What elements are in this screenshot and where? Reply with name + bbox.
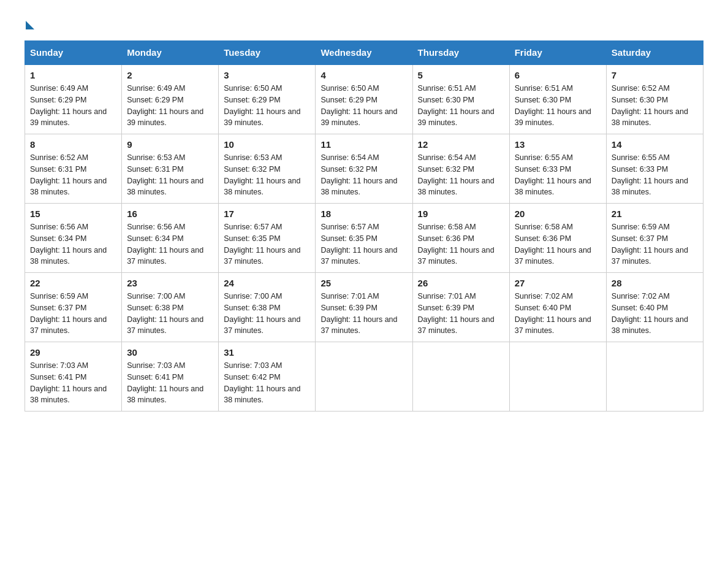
day-info: Sunrise: 6:54 AMSunset: 6:32 PMDaylight:… xyxy=(320,153,397,196)
calendar-cell: 2 Sunrise: 6:49 AMSunset: 6:29 PMDayligh… xyxy=(122,64,219,134)
day-info: Sunrise: 7:00 AMSunset: 6:38 PMDaylight:… xyxy=(127,292,203,335)
week-row-5: 29 Sunrise: 7:03 AMSunset: 6:41 PMDaylig… xyxy=(25,342,703,412)
day-number: 8 xyxy=(30,139,116,150)
calendar-cell: 5 Sunrise: 6:51 AMSunset: 6:30 PMDayligh… xyxy=(412,64,509,134)
calendar-cell: 13 Sunrise: 6:55 AMSunset: 6:33 PMDaylig… xyxy=(509,134,606,204)
calendar-cell: 12 Sunrise: 6:54 AMSunset: 6:32 PMDaylig… xyxy=(412,134,509,204)
calendar-cell: 16 Sunrise: 6:56 AMSunset: 6:34 PMDaylig… xyxy=(122,204,219,273)
week-row-1: 1 Sunrise: 6:49 AMSunset: 6:29 PMDayligh… xyxy=(25,64,703,134)
day-number: 21 xyxy=(612,209,698,219)
calendar-cell: 3 Sunrise: 6:50 AMSunset: 6:29 PMDayligh… xyxy=(219,64,316,134)
day-number: 6 xyxy=(515,70,601,80)
calendar-cell: 10 Sunrise: 6:53 AMSunset: 6:32 PMDaylig… xyxy=(219,134,316,204)
day-number: 17 xyxy=(224,209,310,219)
calendar-header: SundayMondayTuesdayWednesdayThursdayFrid… xyxy=(25,41,703,65)
day-number: 27 xyxy=(515,278,601,288)
logo-triangle-icon xyxy=(26,21,34,29)
day-number: 24 xyxy=(224,278,310,288)
day-info: Sunrise: 6:59 AMSunset: 6:37 PMDaylight:… xyxy=(612,223,688,266)
day-info: Sunrise: 7:03 AMSunset: 6:41 PMDaylight:… xyxy=(30,361,107,404)
day-info: Sunrise: 7:01 AMSunset: 6:39 PMDaylight:… xyxy=(320,292,397,335)
day-info: Sunrise: 6:50 AMSunset: 6:29 PMDaylight:… xyxy=(224,84,300,127)
day-info: Sunrise: 6:58 AMSunset: 6:36 PMDaylight:… xyxy=(515,223,591,266)
day-info: Sunrise: 7:02 AMSunset: 6:40 PMDaylight:… xyxy=(515,292,591,335)
day-number: 28 xyxy=(612,278,698,288)
day-info: Sunrise: 6:56 AMSunset: 6:34 PMDaylight:… xyxy=(127,223,203,266)
day-info: Sunrise: 6:56 AMSunset: 6:34 PMDaylight:… xyxy=(30,223,107,266)
calendar-cell: 29 Sunrise: 7:03 AMSunset: 6:41 PMDaylig… xyxy=(25,342,122,412)
header-sunday: Sunday xyxy=(25,41,122,65)
day-info: Sunrise: 6:55 AMSunset: 6:33 PMDaylight:… xyxy=(515,153,591,196)
calendar-cell: 31 Sunrise: 7:03 AMSunset: 6:42 PMDaylig… xyxy=(219,342,316,412)
day-info: Sunrise: 7:03 AMSunset: 6:41 PMDaylight:… xyxy=(127,361,203,404)
day-info: Sunrise: 6:53 AMSunset: 6:31 PMDaylight:… xyxy=(127,153,203,196)
calendar-cell: 25 Sunrise: 7:01 AMSunset: 6:39 PMDaylig… xyxy=(316,273,412,342)
week-row-4: 22 Sunrise: 6:59 AMSunset: 6:37 PMDaylig… xyxy=(25,273,703,342)
day-info: Sunrise: 6:58 AMSunset: 6:36 PMDaylight:… xyxy=(418,223,495,266)
day-number: 9 xyxy=(127,139,213,150)
calendar-cell: 22 Sunrise: 6:59 AMSunset: 6:37 PMDaylig… xyxy=(25,273,122,342)
calendar-body: 1 Sunrise: 6:49 AMSunset: 6:29 PMDayligh… xyxy=(25,64,703,412)
day-number: 22 xyxy=(30,278,116,288)
calendar-cell: 26 Sunrise: 7:01 AMSunset: 6:39 PMDaylig… xyxy=(412,273,509,342)
calendar-cell: 28 Sunrise: 7:02 AMSunset: 6:40 PMDaylig… xyxy=(606,273,703,342)
day-number: 18 xyxy=(320,209,407,219)
calendar-cell: 23 Sunrise: 7:00 AMSunset: 6:38 PMDaylig… xyxy=(122,273,219,342)
day-info: Sunrise: 6:59 AMSunset: 6:37 PMDaylight:… xyxy=(30,292,107,335)
header-wednesday: Wednesday xyxy=(316,41,412,65)
day-number: 10 xyxy=(224,139,310,150)
day-number: 12 xyxy=(418,139,504,150)
day-info: Sunrise: 6:54 AMSunset: 6:32 PMDaylight:… xyxy=(418,153,495,196)
logo xyxy=(25,18,34,28)
day-number: 4 xyxy=(320,70,407,80)
day-number: 29 xyxy=(30,347,116,358)
calendar-cell: 21 Sunrise: 6:59 AMSunset: 6:37 PMDaylig… xyxy=(606,204,703,273)
day-info: Sunrise: 6:49 AMSunset: 6:29 PMDaylight:… xyxy=(30,84,107,127)
day-info: Sunrise: 6:55 AMSunset: 6:33 PMDaylight:… xyxy=(612,153,688,196)
day-number: 2 xyxy=(127,70,213,80)
day-number: 23 xyxy=(127,278,213,288)
day-number: 19 xyxy=(418,209,504,219)
calendar-cell: 27 Sunrise: 7:02 AMSunset: 6:40 PMDaylig… xyxy=(509,273,606,342)
day-number: 3 xyxy=(224,70,310,80)
day-number: 5 xyxy=(418,70,504,80)
day-info: Sunrise: 6:51 AMSunset: 6:30 PMDaylight:… xyxy=(515,84,591,127)
header-saturday: Saturday xyxy=(606,41,703,65)
header-monday: Monday xyxy=(122,41,219,65)
day-number: 11 xyxy=(320,139,407,150)
day-number: 25 xyxy=(320,278,407,288)
calendar-cell xyxy=(509,342,606,412)
calendar-table: SundayMondayTuesdayWednesdayThursdayFrid… xyxy=(25,40,703,412)
day-number: 20 xyxy=(515,209,601,219)
calendar-cell: 9 Sunrise: 6:53 AMSunset: 6:31 PMDayligh… xyxy=(122,134,219,204)
day-info: Sunrise: 6:57 AMSunset: 6:35 PMDaylight:… xyxy=(320,223,397,266)
day-number: 15 xyxy=(30,209,116,219)
calendar-cell: 30 Sunrise: 7:03 AMSunset: 6:41 PMDaylig… xyxy=(122,342,219,412)
header-friday: Friday xyxy=(509,41,606,65)
day-number: 7 xyxy=(612,70,698,80)
day-number: 26 xyxy=(418,278,504,288)
calendar-cell: 18 Sunrise: 6:57 AMSunset: 6:35 PMDaylig… xyxy=(316,204,412,273)
header-tuesday: Tuesday xyxy=(219,41,316,65)
day-info: Sunrise: 6:50 AMSunset: 6:29 PMDaylight:… xyxy=(320,84,397,127)
day-number: 30 xyxy=(127,347,213,358)
calendar-cell: 15 Sunrise: 6:56 AMSunset: 6:34 PMDaylig… xyxy=(25,204,122,273)
header-row: SundayMondayTuesdayWednesdayThursdayFrid… xyxy=(25,41,703,65)
day-info: Sunrise: 6:52 AMSunset: 6:30 PMDaylight:… xyxy=(612,84,688,127)
day-info: Sunrise: 6:49 AMSunset: 6:29 PMDaylight:… xyxy=(127,84,203,127)
calendar-cell: 11 Sunrise: 6:54 AMSunset: 6:32 PMDaylig… xyxy=(316,134,412,204)
calendar-cell xyxy=(316,342,412,412)
day-number: 14 xyxy=(612,139,698,150)
day-info: Sunrise: 6:53 AMSunset: 6:32 PMDaylight:… xyxy=(224,153,300,196)
day-info: Sunrise: 6:52 AMSunset: 6:31 PMDaylight:… xyxy=(30,153,107,196)
week-row-3: 15 Sunrise: 6:56 AMSunset: 6:34 PMDaylig… xyxy=(25,204,703,273)
calendar-cell: 8 Sunrise: 6:52 AMSunset: 6:31 PMDayligh… xyxy=(25,134,122,204)
day-number: 13 xyxy=(515,139,601,150)
calendar-cell: 14 Sunrise: 6:55 AMSunset: 6:33 PMDaylig… xyxy=(606,134,703,204)
week-row-2: 8 Sunrise: 6:52 AMSunset: 6:31 PMDayligh… xyxy=(25,134,703,204)
day-number: 16 xyxy=(127,209,213,219)
calendar-cell: 19 Sunrise: 6:58 AMSunset: 6:36 PMDaylig… xyxy=(412,204,509,273)
header-thursday: Thursday xyxy=(412,41,509,65)
calendar-cell xyxy=(412,342,509,412)
day-number: 1 xyxy=(30,70,116,80)
